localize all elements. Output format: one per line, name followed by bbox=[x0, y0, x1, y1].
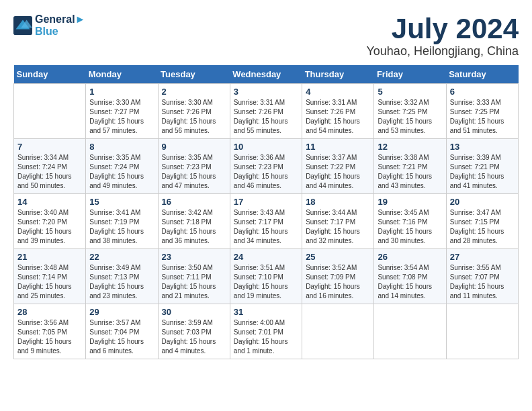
calendar-cell: 9Sunrise: 3:35 AM Sunset: 7:23 PM Daylig… bbox=[158, 139, 230, 194]
day-number: 1 bbox=[89, 87, 154, 97]
calendar-cell: 31Sunrise: 4:00 AM Sunset: 7:01 PM Dayli… bbox=[230, 304, 302, 359]
calendar-cell: 16Sunrise: 3:42 AM Sunset: 7:18 PM Dayli… bbox=[158, 194, 230, 249]
day-info: Sunrise: 3:59 AM Sunset: 7:03 PM Dayligh… bbox=[162, 318, 226, 356]
weekday-header: Sunday bbox=[14, 65, 86, 84]
day-info: Sunrise: 3:57 AM Sunset: 7:04 PM Dayligh… bbox=[89, 318, 154, 356]
day-number: 19 bbox=[378, 197, 442, 207]
calendar-cell: 28Sunrise: 3:56 AM Sunset: 7:05 PM Dayli… bbox=[14, 304, 86, 359]
day-number: 29 bbox=[89, 307, 154, 317]
calendar-week-row: 7Sunrise: 3:34 AM Sunset: 7:24 PM Daylig… bbox=[14, 139, 519, 194]
calendar-cell: 12Sunrise: 3:38 AM Sunset: 7:21 PM Dayli… bbox=[374, 139, 446, 194]
calendar-week-row: 28Sunrise: 3:56 AM Sunset: 7:05 PM Dayli… bbox=[14, 304, 519, 359]
weekday-header: Wednesday bbox=[230, 65, 302, 84]
calendar-cell: 14Sunrise: 3:40 AM Sunset: 7:20 PM Dayli… bbox=[14, 194, 86, 249]
day-number: 18 bbox=[306, 197, 370, 207]
month-title: July 2024 bbox=[366, 13, 519, 44]
day-info: Sunrise: 3:51 AM Sunset: 7:10 PM Dayligh… bbox=[234, 263, 298, 301]
day-number: 10 bbox=[234, 142, 298, 152]
day-info: Sunrise: 3:45 AM Sunset: 7:16 PM Dayligh… bbox=[378, 208, 442, 246]
header: General► Blue July 2024 Youhao, Heilongj… bbox=[13, 13, 519, 58]
day-number: 3 bbox=[234, 87, 298, 97]
logo-text: General► Blue bbox=[35, 13, 85, 38]
day-number: 23 bbox=[162, 252, 226, 262]
day-number: 17 bbox=[234, 197, 298, 207]
day-info: Sunrise: 3:30 AM Sunset: 7:26 PM Dayligh… bbox=[162, 98, 226, 136]
day-info: Sunrise: 3:41 AM Sunset: 7:19 PM Dayligh… bbox=[89, 208, 154, 246]
calendar-cell bbox=[302, 304, 374, 359]
calendar-cell: 8Sunrise: 3:35 AM Sunset: 7:24 PM Daylig… bbox=[86, 139, 158, 194]
day-number: 16 bbox=[162, 197, 226, 207]
day-info: Sunrise: 4:00 AM Sunset: 7:01 PM Dayligh… bbox=[234, 318, 298, 356]
calendar-cell: 20Sunrise: 3:47 AM Sunset: 7:15 PM Dayli… bbox=[446, 194, 518, 249]
calendar-cell: 4Sunrise: 3:31 AM Sunset: 7:26 PM Daylig… bbox=[302, 84, 374, 139]
calendar-week-row: 1Sunrise: 3:30 AM Sunset: 7:27 PM Daylig… bbox=[14, 84, 519, 139]
day-number: 12 bbox=[378, 142, 442, 152]
weekday-header: Monday bbox=[86, 65, 158, 84]
day-info: Sunrise: 3:42 AM Sunset: 7:18 PM Dayligh… bbox=[162, 208, 226, 246]
day-number: 20 bbox=[450, 197, 515, 207]
day-info: Sunrise: 3:49 AM Sunset: 7:13 PM Dayligh… bbox=[89, 263, 154, 301]
calendar-cell: 17Sunrise: 3:43 AM Sunset: 7:17 PM Dayli… bbox=[230, 194, 302, 249]
day-info: Sunrise: 3:44 AM Sunset: 7:17 PM Dayligh… bbox=[306, 208, 370, 246]
calendar-cell bbox=[446, 304, 518, 359]
day-info: Sunrise: 3:56 AM Sunset: 7:05 PM Dayligh… bbox=[17, 318, 82, 356]
logo-icon bbox=[13, 16, 32, 35]
calendar-cell: 1Sunrise: 3:30 AM Sunset: 7:27 PM Daylig… bbox=[86, 84, 158, 139]
day-number: 24 bbox=[234, 252, 298, 262]
calendar-week-row: 14Sunrise: 3:40 AM Sunset: 7:20 PM Dayli… bbox=[14, 194, 519, 249]
calendar-cell: 15Sunrise: 3:41 AM Sunset: 7:19 PM Dayli… bbox=[86, 194, 158, 249]
calendar-table: SundayMondayTuesdayWednesdayThursdayFrid… bbox=[13, 65, 519, 359]
calendar-cell: 10Sunrise: 3:36 AM Sunset: 7:23 PM Dayli… bbox=[230, 139, 302, 194]
day-number: 7 bbox=[17, 142, 82, 152]
weekday-header: Tuesday bbox=[158, 65, 230, 84]
day-info: Sunrise: 3:35 AM Sunset: 7:23 PM Dayligh… bbox=[162, 153, 226, 191]
calendar-cell: 24Sunrise: 3:51 AM Sunset: 7:10 PM Dayli… bbox=[230, 249, 302, 304]
calendar-cell: 26Sunrise: 3:54 AM Sunset: 7:08 PM Dayli… bbox=[374, 249, 446, 304]
day-number: 27 bbox=[450, 252, 515, 262]
calendar-cell: 29Sunrise: 3:57 AM Sunset: 7:04 PM Dayli… bbox=[86, 304, 158, 359]
day-info: Sunrise: 3:40 AM Sunset: 7:20 PM Dayligh… bbox=[17, 208, 82, 246]
day-number: 15 bbox=[89, 197, 154, 207]
calendar-cell: 19Sunrise: 3:45 AM Sunset: 7:16 PM Dayli… bbox=[374, 194, 446, 249]
calendar-cell bbox=[374, 304, 446, 359]
day-number: 5 bbox=[378, 87, 442, 97]
weekday-header: Saturday bbox=[446, 65, 518, 84]
day-info: Sunrise: 3:47 AM Sunset: 7:15 PM Dayligh… bbox=[450, 208, 515, 246]
weekday-header: Thursday bbox=[302, 65, 374, 84]
day-info: Sunrise: 3:48 AM Sunset: 7:14 PM Dayligh… bbox=[17, 263, 82, 301]
day-info: Sunrise: 3:43 AM Sunset: 7:17 PM Dayligh… bbox=[234, 208, 298, 246]
day-info: Sunrise: 3:39 AM Sunset: 7:21 PM Dayligh… bbox=[450, 153, 515, 191]
day-number: 9 bbox=[162, 142, 226, 152]
day-info: Sunrise: 3:34 AM Sunset: 7:24 PM Dayligh… bbox=[17, 153, 82, 191]
day-number: 30 bbox=[162, 307, 226, 317]
weekday-header-row: SundayMondayTuesdayWednesdayThursdayFrid… bbox=[14, 65, 519, 84]
calendar-cell: 2Sunrise: 3:30 AM Sunset: 7:26 PM Daylig… bbox=[158, 84, 230, 139]
weekday-header: Friday bbox=[374, 65, 446, 84]
day-info: Sunrise: 3:50 AM Sunset: 7:11 PM Dayligh… bbox=[162, 263, 226, 301]
day-number: 21 bbox=[17, 252, 82, 262]
calendar-cell: 13Sunrise: 3:39 AM Sunset: 7:21 PM Dayli… bbox=[446, 139, 518, 194]
calendar-cell: 23Sunrise: 3:50 AM Sunset: 7:11 PM Dayli… bbox=[158, 249, 230, 304]
day-info: Sunrise: 3:31 AM Sunset: 7:26 PM Dayligh… bbox=[234, 98, 298, 136]
calendar-cell: 21Sunrise: 3:48 AM Sunset: 7:14 PM Dayli… bbox=[14, 249, 86, 304]
calendar-cell: 3Sunrise: 3:31 AM Sunset: 7:26 PM Daylig… bbox=[230, 84, 302, 139]
day-number: 8 bbox=[89, 142, 154, 152]
day-number: 4 bbox=[306, 87, 370, 97]
calendar-cell: 7Sunrise: 3:34 AM Sunset: 7:24 PM Daylig… bbox=[14, 139, 86, 194]
day-info: Sunrise: 3:30 AM Sunset: 7:27 PM Dayligh… bbox=[89, 98, 154, 136]
day-info: Sunrise: 3:36 AM Sunset: 7:23 PM Dayligh… bbox=[234, 153, 298, 191]
day-number: 11 bbox=[306, 142, 370, 152]
day-number: 2 bbox=[162, 87, 226, 97]
day-info: Sunrise: 3:35 AM Sunset: 7:24 PM Dayligh… bbox=[89, 153, 154, 191]
day-info: Sunrise: 3:31 AM Sunset: 7:26 PM Dayligh… bbox=[306, 98, 370, 136]
calendar-cell: 6Sunrise: 3:33 AM Sunset: 7:25 PM Daylig… bbox=[446, 84, 518, 139]
day-number: 28 bbox=[17, 307, 82, 317]
calendar-cell: 5Sunrise: 3:32 AM Sunset: 7:25 PM Daylig… bbox=[374, 84, 446, 139]
day-number: 13 bbox=[450, 142, 515, 152]
day-number: 22 bbox=[89, 252, 154, 262]
calendar-cell: 27Sunrise: 3:55 AM Sunset: 7:07 PM Dayli… bbox=[446, 249, 518, 304]
title-block: July 2024 Youhao, Heilongjiang, China bbox=[366, 13, 519, 58]
location-title: Youhao, Heilongjiang, China bbox=[366, 44, 519, 58]
day-number: 26 bbox=[378, 252, 442, 262]
calendar-cell: 22Sunrise: 3:49 AM Sunset: 7:13 PM Dayli… bbox=[86, 249, 158, 304]
